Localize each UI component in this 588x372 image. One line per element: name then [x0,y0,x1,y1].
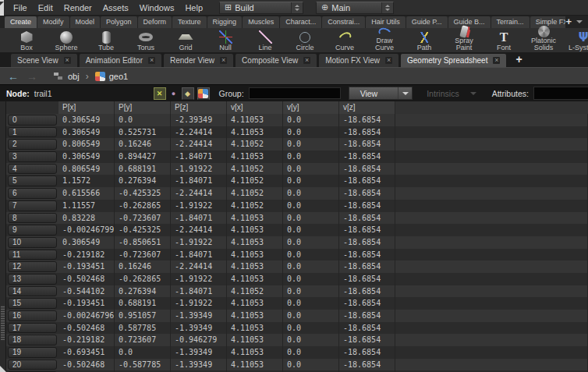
cell-py[interactable]: 0.688191 [115,163,171,175]
shelf-tab[interactable]: Rigging [207,16,243,28]
shelf-tool[interactable]: Curve [326,28,363,52]
shelf-menu-chevron-icon[interactable] [576,20,583,23]
cell-py[interactable]: 0.587785 [115,322,171,335]
menu-item[interactable]: Help [179,3,208,12]
cell-vz[interactable]: -18.6854 [339,249,395,261]
cell-py[interactable]: -0.262865 [115,200,171,212]
cell-pz[interactable]: -1.84071 [171,249,227,261]
shelf-tool[interactable]: Box [8,28,45,52]
shelf-tab[interactable]: Muscles [243,16,279,28]
column-header[interactable]: v[z] [339,101,395,114]
cell-vx[interactable]: 4.11053 [227,359,283,371]
cell-vx[interactable]: 4.11053 [227,224,283,236]
cell-pz[interactable]: -1.39349 [171,359,227,371]
cell-px[interactable]: -0.00246799 [58,224,115,236]
pane-edge-handle[interactable] [0,0,4,16]
cell-vz[interactable]: -18.6854 [339,236,395,249]
forward-button[interactable]: → [27,69,37,84]
pane-tab[interactable]: Scene View × [11,54,77,67]
row-index[interactable]: 13 [8,274,57,285]
shelf-tab[interactable]: Constrai... [322,16,365,28]
points-mode-icon[interactable]: ● [169,90,179,97]
cell-vz[interactable]: -18.6854 [339,212,395,225]
cell-vx[interactable]: 4.11052 [227,175,283,187]
cell-vx[interactable]: 4.11053 [227,151,283,163]
cell-py[interactable]: -0.425325 [115,187,171,200]
cell-vz[interactable]: -18.6854 [339,273,395,285]
cell-vz[interactable]: -18.6854 [339,126,395,139]
cell-vy[interactable]: 0.0 [283,322,339,335]
cell-px[interactable]: -0.544102 [58,285,115,298]
cell-px[interactable]: -0.219182 [58,334,115,346]
row-index[interactable]: 16 [8,310,57,321]
shelf-tool[interactable]: Null [207,28,244,52]
menu-item[interactable]: Edit [33,3,58,12]
cell-vy[interactable]: 0.0 [283,236,339,249]
cell-pz[interactable]: -1.84071 [171,285,227,298]
cell-px[interactable]: -0.502468 [58,359,115,371]
row-index[interactable]: 8 [8,213,57,224]
cell-vx[interactable]: 4.11053 [227,212,283,225]
shelf-tool[interactable]: Grid [167,28,204,52]
cell-py[interactable]: 0.0 [115,114,171,126]
cell-pz[interactable]: -2.24414 [171,138,227,151]
shelf-tool[interactable]: Spray Paint [445,28,483,52]
cell-vx[interactable]: 4.11052 [227,187,283,200]
cell-vy[interactable]: 0.0 [283,224,339,236]
cell-vy[interactable]: 0.0 [283,260,339,273]
cell-vz[interactable]: -18.6854 [339,334,395,346]
cell-vx[interactable]: 4.11053 [227,346,283,359]
cell-py[interactable]: 0.276394 [115,175,171,187]
pane-tab[interactable]: Geometry Spreadsheet × [401,54,506,67]
menu-item[interactable]: File [8,3,33,12]
cell-vz[interactable]: -18.6854 [339,163,395,175]
spinner-icon[interactable] [291,2,303,13]
row-index[interactable]: 20 [8,360,57,370]
cell-vx[interactable]: 4.11053 [227,322,283,335]
cell-vz[interactable]: -18.6854 [339,200,395,212]
cell-vz[interactable]: -18.6854 [339,175,395,187]
cell-pz[interactable]: -1.91922 [171,200,227,212]
cell-py[interactable]: 0.894427 [115,151,171,163]
row-index[interactable]: 14 [8,286,57,297]
cell-pz[interactable]: -1.91922 [171,273,227,285]
cell-vy[interactable]: 0.0 [283,175,339,187]
add-shelf-tab-button[interactable]: + [565,16,572,27]
cell-pz[interactable]: -1.91922 [171,297,227,310]
row-index[interactable]: 6 [8,188,57,199]
cell-py[interactable]: 0.951057 [115,310,171,322]
cell-px[interactable]: 0.306549 [58,151,115,163]
row-index[interactable]: 1 [8,127,57,138]
menu-item[interactable]: Assets [97,3,134,12]
cell-vy[interactable]: 0.0 [283,200,339,212]
cell-px[interactable]: -0.219182 [58,249,115,261]
shelf-tool[interactable]: Draw Curve [366,28,403,52]
cell-vx[interactable]: 4.11053 [227,273,283,285]
cell-vx[interactable]: 4.11053 [227,114,283,126]
desktop-selector[interactable]: ⊞ Build [219,2,303,14]
cell-vy[interactable]: 0.0 [283,310,339,322]
breadcrumb-item[interactable]: › obj [53,72,80,81]
close-tab-icon[interactable]: × [64,57,71,64]
shelf-tool[interactable]: Path [406,28,443,52]
row-index[interactable]: 18 [8,335,57,345]
intrinsics-dropdown[interactable]: Intrinsics [427,89,476,98]
cell-vx[interactable]: 4.11052 [227,285,283,298]
column-header[interactable]: v[y] [283,101,339,114]
shelf-tab[interactable]: Deform [138,16,172,28]
attributes-filter-input[interactable] [533,87,588,100]
row-index[interactable]: 15 [8,298,57,309]
cell-px[interactable]: 0.306549 [58,236,115,249]
cell-vx[interactable]: 4.11053 [227,260,283,273]
cell-vy[interactable]: 0.0 [283,346,339,359]
vertical-scrollbar[interactable] [0,101,6,372]
geometry-node-button[interactable] [197,87,210,100]
shelf-tab[interactable]: Charact... [280,16,321,28]
menu-item[interactable]: Windows [134,3,180,12]
cell-py[interactable]: -0.850651 [115,236,171,249]
cell-vy[interactable]: 0.0 [283,151,339,163]
cell-py[interactable]: -0.723607 [115,212,171,225]
cell-pz[interactable]: -1.39349 [171,310,227,322]
row-index[interactable]: 17 [8,323,57,334]
row-index[interactable]: 4 [8,164,57,175]
